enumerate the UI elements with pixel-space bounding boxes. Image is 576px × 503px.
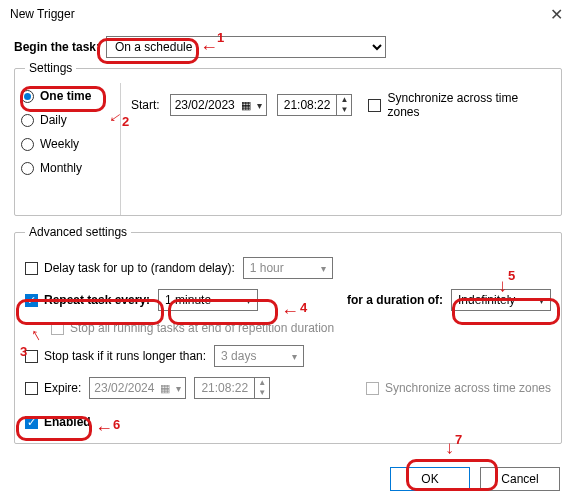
begin-task-select[interactable]: On a schedule — [106, 36, 386, 58]
start-date-picker[interactable]: 23/02/2023 ▦ ▾ — [170, 94, 267, 116]
annotation-arrow-1: ← — [200, 38, 218, 56]
window-title: New Trigger — [10, 7, 75, 21]
calendar-icon: ▦ — [160, 382, 170, 395]
chevron-down-icon: ▾ — [539, 295, 544, 306]
repeat-interval-select[interactable]: 1 minute ▾ — [158, 289, 258, 311]
delay-value-select[interactable]: 1 hour ▾ — [243, 257, 333, 279]
cancel-button[interactable]: Cancel — [480, 467, 560, 491]
annotation-arrow-6: ← — [95, 419, 113, 437]
expire-time-spinner[interactable]: 21:08:22 ▲ ▼ — [194, 377, 270, 399]
calendar-icon: ▦ — [241, 99, 251, 112]
annotation-number-1: 1 — [217, 30, 224, 45]
annotation-number-3: 3 — [20, 344, 27, 359]
duration-label: for a duration of: — [347, 293, 443, 307]
spin-up-icon[interactable]: ▲ — [337, 95, 351, 105]
radio-daily[interactable]: Daily — [21, 113, 114, 127]
radio-icon — [21, 114, 34, 127]
repeat-checkbox[interactable]: ✓ Repeat task every: — [25, 293, 150, 307]
advanced-legend: Advanced settings — [25, 225, 131, 239]
ok-button[interactable]: OK — [390, 467, 470, 491]
annotation-number-4: 4 — [300, 300, 307, 315]
radio-one-time[interactable]: One time — [21, 89, 114, 103]
settings-legend: Settings — [25, 61, 76, 75]
annotation-arrow-4: ← — [281, 302, 299, 320]
start-label: Start: — [131, 98, 160, 112]
radio-icon — [21, 162, 34, 175]
start-time-spinner[interactable]: 21:08:22 ▲ ▼ — [277, 94, 353, 116]
titlebar: New Trigger ✕ — [0, 0, 576, 28]
sync-timezones-checkbox[interactable]: Synchronize across time zones — [368, 91, 551, 119]
stop-longer-select[interactable]: 3 days ▾ — [214, 345, 304, 367]
chevron-down-icon: ▾ — [246, 295, 251, 306]
enabled-checkbox[interactable]: ✓ Enabled — [25, 415, 91, 429]
close-icon[interactable]: ✕ — [546, 5, 566, 24]
expire-date-picker[interactable]: 23/02/2024 ▦ ▾ — [89, 377, 186, 399]
chevron-down-icon: ▾ — [321, 263, 326, 274]
spin-down-icon[interactable]: ▼ — [255, 388, 269, 398]
expire-sync-checkbox: Synchronize across time zones — [366, 381, 551, 395]
chevron-down-icon: ▾ — [176, 383, 181, 394]
advanced-fieldset: Advanced settings Delay task for up to (… — [14, 232, 562, 444]
chevron-down-icon: ▾ — [257, 100, 262, 111]
stop-longer-checkbox[interactable]: Stop task if it runs longer than: — [25, 349, 206, 363]
stop-repetition-checkbox: Stop all running tasks at end of repetit… — [51, 321, 334, 335]
begin-task-label: Begin the task: — [14, 40, 100, 54]
checkbox-icon — [25, 262, 38, 275]
checkbox-icon: ✓ — [25, 416, 38, 429]
spin-down-icon[interactable]: ▼ — [337, 105, 351, 115]
settings-fieldset: Settings One time Daily Weekly Monthly S… — [14, 68, 562, 216]
annotation-number-5: 5 — [508, 268, 515, 283]
annotation-number-7: 7 — [455, 432, 462, 447]
radio-monthly[interactable]: Monthly — [21, 161, 114, 175]
radio-weekly[interactable]: Weekly — [21, 137, 114, 151]
expire-checkbox[interactable]: Expire: — [25, 381, 81, 395]
annotation-number-6: 6 — [113, 417, 120, 432]
radio-icon — [21, 138, 34, 151]
chevron-down-icon: ▾ — [292, 351, 297, 362]
checkbox-icon — [51, 322, 64, 335]
delay-checkbox[interactable]: Delay task for up to (random delay): — [25, 261, 235, 275]
checkbox-icon: ✓ — [25, 294, 38, 307]
checkbox-icon — [366, 382, 379, 395]
checkbox-icon — [25, 382, 38, 395]
spin-up-icon[interactable]: ▲ — [255, 378, 269, 388]
annotation-number-2: 2 — [122, 114, 129, 129]
checkbox-icon — [368, 99, 381, 112]
radio-icon — [21, 90, 34, 103]
